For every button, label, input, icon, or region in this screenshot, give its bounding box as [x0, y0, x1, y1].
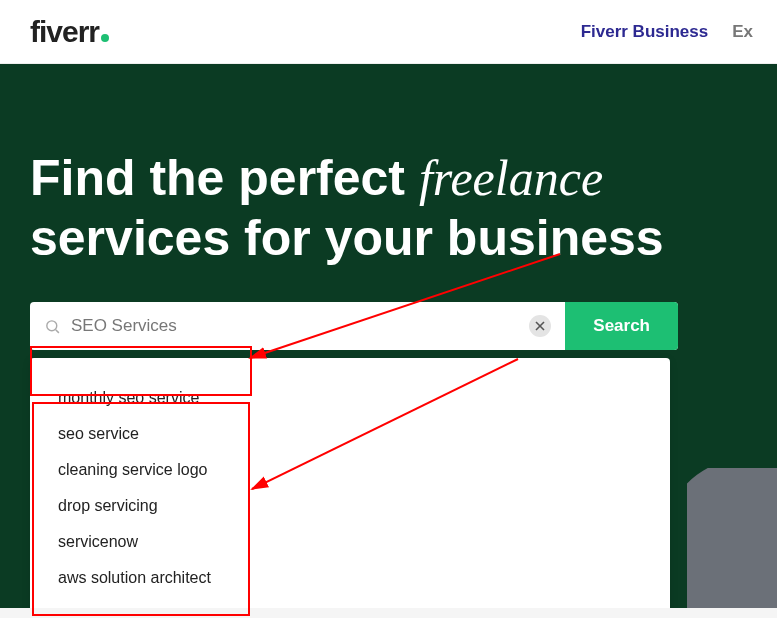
- hero-person-image: [687, 468, 777, 618]
- clear-icon[interactable]: [529, 315, 551, 337]
- hero-heading: Find the perfect freelance services for …: [30, 148, 710, 268]
- suggestion-item[interactable]: monthly seo service: [58, 380, 642, 416]
- suggestion-item[interactable]: aws solution architect: [58, 560, 642, 596]
- hero: Find the perfect freelance services for …: [0, 64, 777, 618]
- svg-line-1: [56, 329, 59, 332]
- search-row: Search: [30, 302, 678, 350]
- bottom-strip: [0, 608, 777, 618]
- nav-business-link[interactable]: Fiverr Business: [581, 22, 709, 42]
- nav-explore-link[interactable]: Ex: [732, 22, 753, 42]
- logo-text: fiverr: [30, 15, 99, 49]
- logo-dot-icon: [101, 34, 109, 42]
- suggestion-item[interactable]: drop servicing: [58, 488, 642, 524]
- hero-heading-prefix: Find the perfect: [30, 150, 419, 206]
- search-input[interactable]: [71, 316, 519, 336]
- svg-point-0: [47, 320, 57, 330]
- search-icon: [44, 318, 61, 335]
- suggestion-item[interactable]: cleaning service logo: [58, 452, 642, 488]
- logo[interactable]: fiverr: [30, 15, 109, 49]
- header: fiverr Fiverr Business Ex: [0, 0, 777, 64]
- hero-heading-italic: freelance: [419, 150, 603, 206]
- nav: Fiverr Business Ex: [581, 22, 753, 42]
- hero-heading-suffix: services for your business: [30, 210, 664, 266]
- suggestion-item[interactable]: servicenow: [58, 524, 642, 560]
- suggestion-item[interactable]: seo service: [58, 416, 642, 452]
- search-area: Search monthly seo service seo service c…: [30, 302, 678, 350]
- search-button[interactable]: Search: [565, 302, 678, 350]
- search-suggestions-dropdown: monthly seo service seo service cleaning…: [30, 358, 670, 618]
- search-input-wrap: [30, 302, 565, 350]
